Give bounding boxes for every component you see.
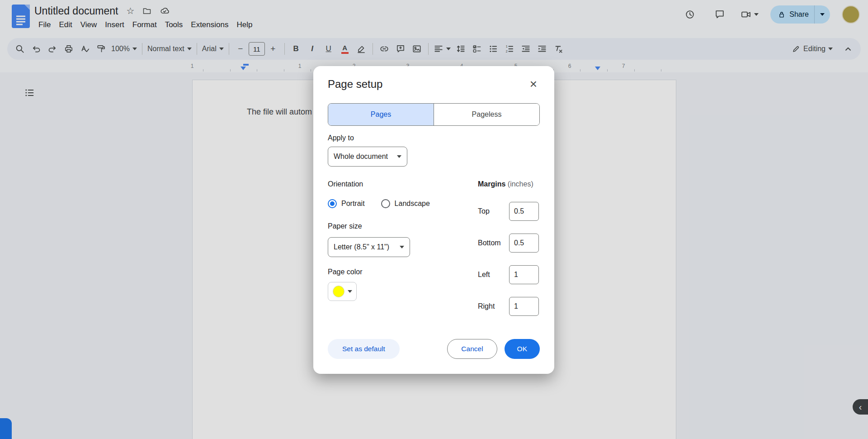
portrait-label: Portrait	[341, 200, 365, 208]
margin-bottom-input[interactable]	[509, 234, 539, 253]
ok-button[interactable]: OK	[505, 339, 540, 359]
apply-to-value: Whole document	[334, 153, 388, 161]
apply-to-caret-icon	[397, 155, 401, 158]
paper-size-value: Letter (8.5" x 11")	[334, 243, 389, 251]
landscape-label: Landscape	[395, 200, 430, 208]
portrait-radio-option[interactable]: Portrait	[328, 199, 365, 208]
dialog-title: Page setup	[328, 78, 382, 91]
tab-pages[interactable]: Pages	[328, 104, 434, 125]
close-icon: ×	[530, 77, 537, 91]
margins-header: Margins (inches)	[478, 180, 541, 189]
landscape-radio-option[interactable]: Landscape	[381, 199, 430, 208]
page-color-caret-icon	[348, 290, 352, 293]
margin-right-input[interactable]	[509, 297, 539, 316]
margin-row-bottom: Bottom	[478, 234, 541, 253]
orientation-label: Orientation	[328, 180, 463, 189]
margin-left-input[interactable]	[509, 265, 539, 284]
landscape-radio-icon[interactable]	[381, 199, 390, 208]
margin-row-right: Right	[478, 297, 541, 316]
margin-row-top: Top	[478, 202, 541, 221]
apply-to-label: Apply to	[328, 134, 463, 143]
close-dialog-button[interactable]: ×	[524, 75, 542, 93]
margin-top-input[interactable]	[509, 202, 539, 221]
page-mode-tabs: Pages Pageless	[328, 103, 540, 126]
paper-size-select[interactable]: Letter (8.5" x 11")	[328, 237, 410, 257]
page-setup-dialog: Page setup × Pages Pageless Apply to Who…	[313, 66, 554, 374]
page-color-label: Page color	[328, 268, 463, 277]
margin-top-label: Top	[478, 207, 509, 215]
paper-size-caret-icon	[400, 246, 404, 248]
portrait-radio-icon[interactable]	[328, 199, 337, 208]
margin-row-left: Left	[478, 265, 541, 284]
page-color-button[interactable]	[328, 282, 357, 301]
set-as-default-button[interactable]: Set as default	[328, 339, 400, 359]
apply-to-select[interactable]: Whole document	[328, 147, 407, 167]
margin-bottom-label: Bottom	[478, 239, 509, 247]
margins-label: Margins	[478, 180, 505, 188]
margins-unit: (inches)	[508, 180, 533, 188]
tab-pageless[interactable]: Pageless	[434, 104, 539, 125]
margin-left-label: Left	[478, 271, 509, 279]
cancel-button[interactable]: Cancel	[447, 339, 497, 359]
margin-right-label: Right	[478, 302, 509, 310]
paper-size-label: Paper size	[328, 222, 463, 231]
page-color-swatch	[333, 286, 344, 297]
